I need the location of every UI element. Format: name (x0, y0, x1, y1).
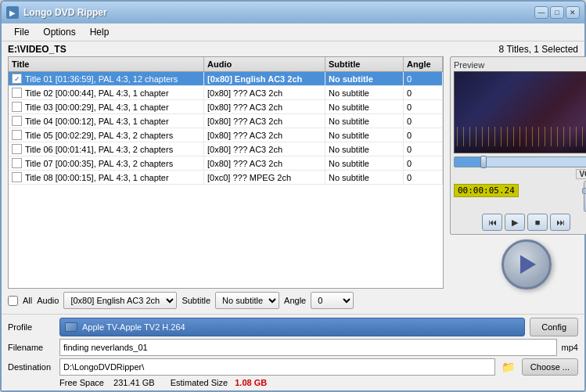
profile-row: Profile Apple TV-Apple TV2 H.264 Config (8, 318, 578, 336)
ext-label: mp4 (562, 343, 578, 352)
subtitle-select[interactable]: No subtitle (215, 292, 279, 309)
table-row[interactable]: Title 02 [00:00:44], PAL 4:3, 1 chapter … (9, 86, 443, 100)
row-title: Title 07 [00:00:35], PAL 4:3, 2 chapters (25, 159, 173, 168)
row-subtitle-cell: No subtitle (325, 100, 404, 113)
minimize-button[interactable]: — (534, 6, 548, 19)
all-checkbox[interactable] (8, 296, 18, 306)
row-subtitle-cell: No subtitle (325, 171, 404, 184)
right-panel: Preview 00:00:05.24 VOL (450, 56, 586, 311)
freespace-text: Free Space 231.41 GB (59, 378, 155, 387)
row-title-cell: Title 07 [00:00:35], PAL 4:3, 2 chapters (9, 156, 204, 170)
row-checkbox[interactable] (12, 158, 22, 168)
close-button[interactable]: ✕ (566, 6, 580, 19)
all-label: All (23, 296, 32, 305)
maximize-button[interactable]: □ (550, 6, 564, 19)
row-checkbox[interactable] (12, 144, 22, 154)
row-title-cell: Title 06 [00:01:41], PAL 4:3, 2 chapters (9, 142, 204, 156)
row-subtitle-cell: No subtitle (325, 72, 404, 85)
play-button[interactable]: ▶ (505, 214, 525, 231)
table-row[interactable]: Title 04 [00:00:12], PAL 4:3, 1 chapter … (9, 114, 443, 128)
row-angle-cell: 0 (404, 128, 443, 142)
row-audio-cell: [0x80] ??? AC3 2ch (204, 100, 325, 113)
menu-options[interactable]: Options (37, 25, 81, 39)
estimated-size-text: Estimated Size 1.08 GB (171, 378, 268, 387)
title-bar-left: ▶ Longo DVD Ripper (6, 6, 107, 19)
row-angle-cell: 0 (404, 86, 443, 99)
table-row[interactable]: Title 03 [00:00:29], PAL 4:3, 1 chapter … (9, 100, 443, 114)
transport-controls: ⏮ ▶ ■ ⏭ (454, 214, 586, 231)
prev-button[interactable]: ⏮ (482, 214, 502, 231)
destination-row: Destination 📁 Choose ... (8, 358, 578, 376)
source-path: E:\VIDEO_TS (8, 44, 67, 55)
table-row[interactable]: Title 08 [00:00:15], PAL 4:3, 1 chapter … (9, 171, 443, 185)
vol-control: VOL (576, 169, 586, 212)
table-row[interactable]: Title 05 [00:02:29], PAL 4:3, 2 chapters… (9, 128, 443, 142)
row-checkbox[interactable] (12, 116, 22, 126)
row-angle-cell: 0 (404, 114, 443, 128)
stop-button[interactable]: ■ (527, 214, 548, 231)
row-title-cell: Title 03 [00:00:29], PAL 4:3, 1 chapter (9, 100, 204, 113)
row-title: Title 02 [00:00:44], PAL 4:3, 1 chapter (25, 88, 169, 98)
title-count: 8 Titles, 1 Selected (499, 44, 578, 55)
row-title-cell: Title 02 [00:00:44], PAL 4:3, 1 chapter (9, 86, 204, 99)
timecode-row: 00:00:05.24 VOL (454, 169, 586, 212)
vol-label: VOL (576, 169, 586, 179)
row-audio-cell: [0x80] ??? AC3 2ch (204, 86, 325, 99)
audio-select[interactable]: [0x80] English AC3 2ch (63, 292, 177, 309)
menu-file[interactable]: File (8, 25, 35, 39)
table-header: Title Audio Subtitle Angle (9, 57, 443, 72)
main-area: Title Audio Subtitle Angle ✓ Title 01 [0… (2, 56, 584, 314)
folder-icon-button[interactable]: 📁 (500, 358, 517, 376)
row-title-cell: Title 05 [00:02:29], PAL 4:3, 2 chapters (9, 128, 204, 142)
table-row[interactable]: Title 07 [00:00:35], PAL 4:3, 2 chapters… (9, 156, 443, 171)
title-bar: ▶ Longo DVD Ripper — □ ✕ (2, 2, 584, 23)
row-title: Title 05 [00:02:29], PAL 4:3, 2 chapters (25, 131, 173, 140)
seek-thumb[interactable] (480, 156, 487, 168)
destination-label: Destination (8, 362, 55, 372)
row-subtitle-cell: No subtitle (325, 128, 404, 142)
seek-bar[interactable] (454, 156, 586, 167)
subtitle-label: Subtitle (182, 296, 210, 305)
choose-button[interactable]: Choose ... (522, 358, 578, 376)
profile-icon (65, 322, 77, 332)
profile-value: Apple TV-Apple TV2 H.264 (82, 322, 185, 332)
destination-input[interactable] (59, 358, 495, 376)
profile-select[interactable]: Apple TV-Apple TV2 H.264 (59, 318, 525, 336)
row-checkbox[interactable]: ✓ (12, 74, 22, 84)
angle-select[interactable]: 0 (311, 292, 354, 309)
menu-help[interactable]: Help (84, 25, 116, 39)
row-title: Title 08 [00:00:15], PAL 4:3, 1 chapter (25, 173, 169, 182)
seek-bar-container (454, 156, 586, 167)
freespace-label: Free Space (59, 378, 104, 387)
row-title: Title 06 [00:01:41], PAL 4:3, 2 chapters (25, 145, 173, 154)
row-checkbox[interactable] (12, 172, 22, 182)
titles-table: Title Audio Subtitle Angle ✓ Title 01 [0… (8, 56, 444, 289)
filename-row: Filename mp4 (8, 339, 578, 356)
row-audio-cell: [0xc0] ??? MPEG 2ch (204, 171, 325, 184)
filename-input[interactable] (59, 339, 557, 356)
audio-label: Audio (37, 296, 59, 305)
row-title-cell: Title 08 [00:00:15], PAL 4:3, 1 chapter (9, 171, 204, 184)
angle-label: Angle (284, 296, 306, 305)
config-button[interactable]: Config (530, 318, 578, 336)
vol-thumb[interactable] (582, 188, 586, 194)
menu-bar: File Options Help (2, 23, 584, 41)
row-audio-cell: [0x80] English AC3 2ch (204, 72, 325, 85)
filename-label: Filename (8, 343, 55, 352)
next-button[interactable]: ⏭ (550, 214, 570, 231)
table-row[interactable]: Title 06 [00:01:41], PAL 4:3, 2 chapters… (9, 142, 443, 156)
left-panel: Title Audio Subtitle Angle ✓ Title 01 [0… (8, 56, 444, 311)
rip-play-button[interactable] (502, 239, 552, 290)
row-audio-cell: [0x80] ??? AC3 2ch (204, 142, 325, 156)
toolbar-area: E:\VIDEO_TS 8 Titles, 1 Selected (2, 41, 584, 56)
table-row[interactable]: ✓ Title 01 [01:36:59], PAL 4:3, 12 chapt… (9, 72, 443, 86)
col-angle: Angle (404, 57, 443, 71)
row-checkbox[interactable] (12, 130, 22, 140)
bottom-panel: Profile Apple TV-Apple TV2 H.264 Config … (2, 314, 584, 390)
row-checkbox[interactable] (12, 102, 22, 112)
row-audio-cell: [0x80] ??? AC3 2ch (204, 156, 325, 170)
row-angle-cell: 0 (404, 156, 443, 170)
row-angle-cell: 0 (404, 142, 443, 156)
row-checkbox[interactable] (12, 88, 22, 98)
preview-label: Preview (454, 60, 586, 70)
